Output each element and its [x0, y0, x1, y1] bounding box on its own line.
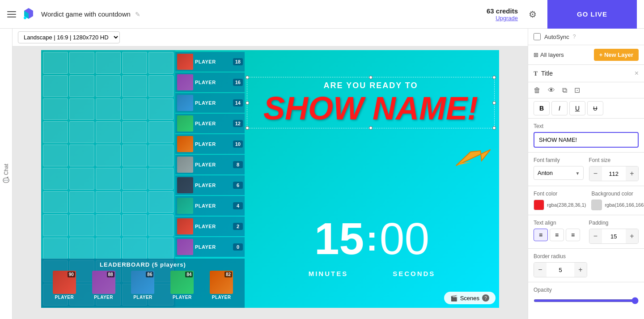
close-layer-button[interactable]: × [635, 69, 639, 77]
player-avatar [177, 136, 193, 152]
bold-button[interactable]: B [534, 101, 550, 115]
leaderboard-title: LEADERBOARD (5 players) [41, 259, 245, 271]
timer-labels: MINUTES SECONDS [245, 270, 499, 277]
grid-cell [96, 121, 121, 143]
grid-cell [96, 98, 121, 120]
text-field-label: Text [534, 123, 639, 129]
underline-button[interactable]: U [569, 101, 585, 115]
align-right-button[interactable]: ≡ [566, 229, 580, 241]
duplicate-layer-icon[interactable]: ⧉ [562, 86, 567, 94]
padding-decrease[interactable]: − [589, 229, 602, 243]
handle-br[interactable] [492, 126, 496, 130]
scenes-button[interactable]: 🎬 Scenes ? [444, 292, 496, 304]
arrow-decoration [449, 135, 496, 186]
text-input[interactable] [534, 132, 639, 148]
player-avatar [177, 198, 193, 214]
layer-actions: 🗑 👁 ⧉ ⊡ [528, 82, 644, 98]
timer-seconds: 00 [380, 216, 429, 261]
player-score: 0 [233, 243, 243, 251]
font-family-label: Font family [534, 157, 584, 163]
align-center-button[interactable]: ≡ [550, 229, 564, 241]
bg-color-preview: rgba(166,166,166,0) [591, 200, 644, 210]
lb-avatar: 82 [210, 271, 233, 294]
handle-tr[interactable] [492, 76, 496, 79]
player-row: PLAYER 0 [175, 237, 245, 257]
autosync-checkbox[interactable] [534, 33, 541, 40]
lb-avatar: 90 [53, 271, 76, 294]
more-options-icon[interactable]: ⊡ [574, 86, 580, 94]
grid-cell [69, 214, 94, 236]
title-element[interactable]: ARE YOU READY TO SHOW NAME! [247, 77, 495, 128]
player-score: 18 [233, 58, 243, 65]
border-radius-label: Border radius [534, 253, 639, 259]
font-color-swatch[interactable] [534, 200, 544, 210]
lb-avatar: 86 [131, 271, 154, 294]
lb-score: 86 [146, 272, 153, 277]
leaderboard: LEADERBOARD (5 players) 90 PLAYER 88 PLA… [41, 259, 245, 308]
player-score: 10 [233, 140, 243, 148]
grid-cell [43, 52, 68, 74]
minutes-label: MINUTES [309, 270, 348, 277]
padding-label: Padding [589, 220, 639, 226]
grid-cell [122, 52, 147, 74]
player-score: 14 [233, 99, 243, 106]
player-avatar [177, 54, 193, 70]
player-name: PLAYER [195, 224, 231, 229]
grid-cell [122, 145, 147, 166]
leaderboard-player: 88 PLAYER [92, 271, 115, 300]
player-score: 6 [233, 182, 243, 189]
resolution-select[interactable]: Landscape | 16:9 | 1280x720 HD [18, 31, 120, 43]
font-family-select[interactable]: Anton [534, 166, 584, 180]
grid-cell [96, 191, 121, 213]
menu-icon[interactable] [7, 11, 16, 17]
player-row: PLAYER 8 [175, 155, 245, 174]
border-radius-decrease[interactable]: − [534, 263, 547, 277]
grid-cell [96, 238, 121, 259]
font-size-increase[interactable]: + [626, 166, 638, 181]
hide-layer-icon[interactable]: 👁 [548, 86, 555, 94]
grid-cell [69, 145, 94, 166]
border-radius-increase[interactable]: + [574, 263, 587, 277]
lb-name: PLAYER [133, 295, 153, 300]
lb-score: 82 [225, 272, 232, 277]
handle-bm[interactable] [369, 126, 373, 130]
grid-cell [69, 238, 94, 259]
opacity-slider[interactable] [534, 299, 639, 302]
autosync-help-icon[interactable]: ? [573, 34, 576, 40]
delete-layer-icon[interactable]: 🗑 [534, 86, 541, 94]
grid-cell [43, 145, 68, 166]
all-layers-button[interactable]: ⊞ All layers [534, 51, 590, 58]
lb-score: 88 [107, 272, 114, 277]
edit-title-icon[interactable]: ✎ [135, 11, 140, 18]
new-layer-button[interactable]: + New Layer [594, 49, 639, 61]
padding-increase[interactable]: + [626, 229, 638, 243]
italic-button[interactable]: I [551, 101, 568, 115]
handle-tl[interactable] [246, 76, 249, 79]
grid-cell [96, 214, 121, 236]
font-size-decrease[interactable]: − [589, 166, 602, 181]
settings-icon[interactable]: ⚙ [529, 9, 537, 20]
left-sidebar: 💬 Chat [0, 29, 13, 319]
bg-color-swatch[interactable] [591, 200, 602, 210]
grid-cell [43, 191, 68, 213]
bg-color-label: Background color [591, 191, 644, 197]
handle-mr[interactable] [492, 101, 496, 105]
grid-cell [122, 191, 147, 213]
upgrade-link[interactable]: Upgrade [496, 15, 518, 21]
align-left-button[interactable]: ≡ [534, 229, 548, 241]
topbar: Wordict game with countdown ✎ 63 credits… [0, 0, 644, 29]
player-score: 12 [233, 120, 243, 127]
autosync-row: AutoSync ? [528, 29, 644, 45]
grid-cell [122, 214, 147, 236]
grid-cell [96, 75, 121, 97]
bg-color-value: rgba(166,166,166,0) [605, 202, 644, 208]
grid-cell [69, 75, 94, 97]
credits-count: 63 credits [487, 7, 518, 15]
grid-cell [43, 168, 68, 190]
handle-tm[interactable] [369, 76, 373, 79]
handle-ml[interactable] [246, 101, 249, 105]
chat-button[interactable]: 💬 Chat [3, 164, 9, 183]
go-live-button[interactable]: GO LIVE [547, 0, 637, 29]
strikethrough-button[interactable]: U [587, 101, 603, 115]
handle-bl[interactable] [246, 126, 249, 130]
